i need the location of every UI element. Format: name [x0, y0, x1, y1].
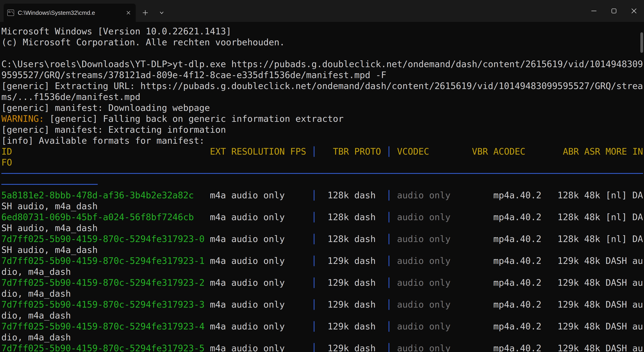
scrollbar-thumb[interactable] — [640, 32, 643, 53]
window-controls — [584, 0, 644, 22]
terminal[interactable]: Microsoft Windows [Version 10.0.22621.14… — [1, 22, 644, 352]
cmd-icon: C:\_ — [7, 10, 14, 16]
terminal-window: C:\_ C:\Windows\System32\cmd.e — [0, 0, 644, 352]
minimize-button[interactable] — [584, 0, 604, 22]
plus-icon — [142, 10, 148, 16]
chevron-down-icon — [159, 10, 165, 16]
close-icon — [631, 8, 637, 14]
title-bar[interactable]: C:\_ C:\Windows\System32\cmd.e — [0, 0, 644, 22]
tab-cmd[interactable]: C:\_ C:\Windows\System32\cmd.e — [4, 4, 136, 22]
close-icon — [126, 10, 131, 15]
tab-title: C:\Windows\System32\cmd.e — [18, 9, 124, 16]
minimize-icon — [591, 8, 597, 14]
close-button[interactable] — [624, 0, 644, 22]
maximize-button[interactable] — [604, 0, 624, 22]
maximize-icon — [611, 8, 617, 14]
new-tab-button[interactable] — [138, 6, 152, 20]
tab-dropdown-button[interactable] — [155, 6, 168, 20]
tab-close-button[interactable] — [124, 8, 134, 18]
cmd-icon-label: C:\_ — [8, 10, 14, 14]
terminal-text: Microsoft Windows [Version 10.0.22621.14… — [1, 22, 643, 352]
